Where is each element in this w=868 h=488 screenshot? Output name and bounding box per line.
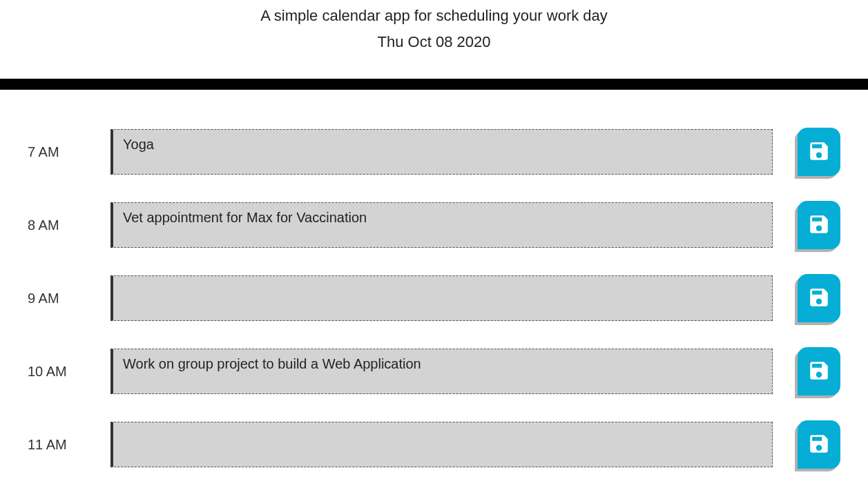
save-button[interactable] (798, 201, 840, 249)
time-row: 8 AM (28, 201, 840, 249)
save-button[interactable] (798, 274, 840, 322)
time-rows: 7 AM 8 AM 9 AM 10 AM (0, 128, 868, 469)
time-row: 11 AM (28, 420, 840, 469)
save-icon (807, 213, 831, 238)
save-button[interactable] (798, 347, 840, 396)
event-input[interactable] (110, 129, 773, 175)
hour-label: 7 AM (28, 144, 110, 160)
app-subtitle: A simple calendar app for scheduling you… (14, 7, 854, 25)
save-icon (807, 432, 831, 458)
header-divider (0, 79, 868, 90)
hour-label: 11 AM (28, 437, 110, 453)
time-row: 9 AM (28, 274, 840, 322)
hour-label: 10 AM (28, 364, 110, 380)
save-icon (807, 139, 831, 165)
save-button[interactable] (798, 420, 840, 469)
time-row: 7 AM (28, 128, 840, 176)
event-input[interactable] (110, 202, 773, 248)
save-icon (807, 286, 831, 311)
current-date: Thu Oct 08 2020 (14, 33, 854, 51)
event-input[interactable] (110, 349, 773, 394)
save-icon (807, 359, 831, 384)
time-row: 10 AM (28, 347, 840, 396)
event-input[interactable] (110, 422, 773, 467)
header: A simple calendar app for scheduling you… (0, 0, 868, 79)
save-button[interactable] (798, 128, 840, 176)
hour-label: 8 AM (28, 217, 110, 233)
event-input[interactable] (110, 275, 773, 321)
hour-label: 9 AM (28, 291, 110, 306)
